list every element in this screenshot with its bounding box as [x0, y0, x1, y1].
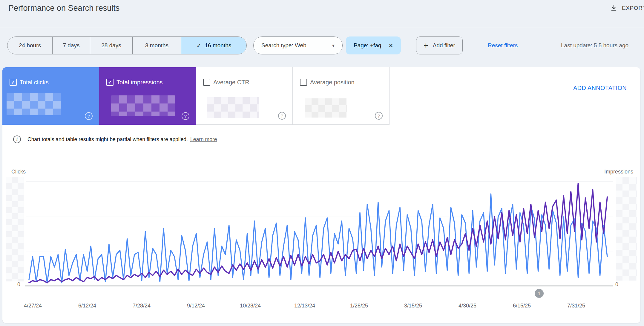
- download-icon: [610, 4, 618, 12]
- checkbox-unchecked-icon[interactable]: [203, 79, 210, 86]
- date-range-option-16-months[interactable]: ✓16 months: [181, 37, 246, 54]
- add-filter-button[interactable]: + Add filter: [416, 36, 463, 54]
- annotation-marker[interactable]: [535, 289, 544, 298]
- metric-card-total-clicks[interactable]: ✓ Total clicks ?: [2, 67, 99, 125]
- x-tick-label: 4/30/25: [459, 303, 476, 309]
- x-tick-label: 3/15/25: [404, 303, 422, 309]
- search-type-label: Search type: Web: [261, 42, 306, 49]
- x-tick-label: 6/12/24: [78, 303, 96, 309]
- date-range-segmented-control: 24 hours7 days28 days3 months✓16 months: [7, 36, 247, 54]
- search-console-performance-page: { "header": { "title": "Performance on S…: [0, 0, 644, 326]
- reset-filters-link[interactable]: Reset filters: [488, 36, 518, 54]
- metric-label: Average position: [310, 78, 355, 86]
- learn-more-link[interactable]: Learn more: [190, 136, 217, 142]
- performance-panel: ✓ Total clicks ? ✓ Total impressions ? A…: [2, 67, 640, 323]
- header-divider: [0, 27, 644, 27]
- left-axis-title: Clicks: [11, 169, 26, 175]
- left-axis-zero: 0: [17, 281, 20, 288]
- x-tick-label: 4/27/24: [24, 303, 42, 309]
- date-range-option-24-hours[interactable]: 24 hours: [7, 37, 52, 54]
- redacted-right-axis-labels: [616, 177, 637, 281]
- partial-data-notice: i Chart totals and table results might b…: [13, 135, 217, 143]
- x-tick-label: 10/28/24: [240, 303, 261, 309]
- redacted-metric-value: [305, 98, 347, 118]
- x-tick-label: 1/28/25: [350, 303, 368, 309]
- help-icon[interactable]: ?: [375, 112, 383, 120]
- last-update-text: Last update: 5.5 hours ago: [561, 36, 628, 54]
- date-range-option-28-days[interactable]: 28 days: [90, 37, 132, 54]
- date-range-label: 28 days: [101, 42, 121, 49]
- add-filter-label: Add filter: [433, 42, 455, 49]
- date-range-label: 7 days: [63, 42, 80, 49]
- plus-icon: +: [424, 42, 428, 50]
- check-icon: ✓: [197, 42, 202, 48]
- metric-card-average-ctr[interactable]: Average CTR ?: [196, 67, 293, 125]
- date-range-label: 3 months: [145, 42, 168, 49]
- close-icon[interactable]: ✕: [388, 43, 393, 48]
- x-tick-label: 7/31/25: [567, 303, 585, 309]
- checkbox-unchecked-icon[interactable]: [300, 79, 307, 86]
- metric-label: Total clicks: [20, 78, 49, 86]
- date-range-label: 16 months: [205, 42, 231, 49]
- page-filter-label: Page: +faq: [354, 42, 381, 49]
- metric-card-average-position[interactable]: Average position ?: [293, 67, 390, 125]
- checkbox-checked-icon[interactable]: ✓: [106, 79, 114, 86]
- add-annotation-link[interactable]: ADD ANNOTATION: [573, 85, 627, 92]
- checkbox-checked-icon[interactable]: ✓: [10, 79, 17, 86]
- metric-card-total-impressions[interactable]: ✓ Total impressions ?: [99, 67, 196, 125]
- metric-label: Total impressions: [116, 78, 163, 86]
- redacted-left-axis-labels: [6, 177, 24, 281]
- page-filter-chip[interactable]: Page: +faq ✕: [346, 36, 401, 54]
- right-axis-title: Impressions: [604, 169, 633, 175]
- filter-row-divider: [247, 38, 247, 53]
- x-tick-label: 12/13/24: [294, 303, 315, 309]
- help-icon[interactable]: ?: [278, 112, 286, 120]
- date-range-option-3-months[interactable]: 3 months: [132, 37, 181, 54]
- date-range-label: 24 hours: [19, 42, 41, 49]
- info-icon: i: [13, 135, 21, 143]
- x-tick-label: 9/12/24: [187, 303, 205, 309]
- export-label: EXPORT: [622, 5, 644, 11]
- redacted-metric-value: [207, 97, 259, 118]
- notice-message: Chart totals and table results might be …: [27, 136, 188, 142]
- help-icon[interactable]: ?: [182, 112, 189, 120]
- export-button[interactable]: EXPORT: [610, 4, 644, 12]
- right-axis-zero: 0: [615, 281, 618, 288]
- metric-label: Average CTR: [213, 78, 249, 86]
- chevron-down-icon: ▾: [332, 43, 335, 48]
- help-icon[interactable]: ?: [85, 112, 93, 120]
- redacted-metric-value: [7, 93, 61, 115]
- notice-text: Chart totals and table results might be …: [27, 136, 217, 143]
- metric-cards: ✓ Total clicks ? ✓ Total impressions ? A…: [2, 67, 390, 125]
- redacted-metric-value: [111, 95, 175, 116]
- x-tick-label: 6/15/25: [513, 303, 531, 309]
- date-range-option-7-days[interactable]: 7 days: [52, 37, 90, 54]
- search-type-dropdown[interactable]: Search type: Web ▾: [253, 36, 343, 54]
- x-tick-label: 7/28/24: [133, 303, 151, 309]
- page-title: Performance on Search results: [8, 4, 119, 13]
